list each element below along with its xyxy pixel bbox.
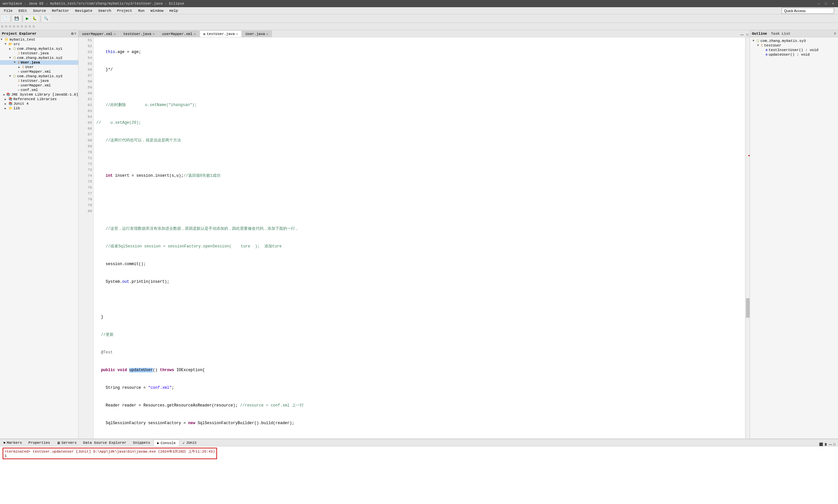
tab-testuser1[interactable]: testUser.java ✕ bbox=[120, 31, 158, 37]
tab-markers[interactable]: ⚑ Markers bbox=[0, 439, 25, 446]
tree-item-usermapper-sy3[interactable]: ✕ userMapper.xml bbox=[0, 83, 78, 88]
menu-navigate[interactable]: Navigate bbox=[72, 8, 95, 14]
expand-icon[interactable]: ▶ bbox=[4, 97, 8, 101]
tree-item-user-class[interactable]: ▶ C User bbox=[0, 65, 78, 69]
tree-item-testuser-sy3[interactable]: J testUser.java bbox=[0, 78, 78, 83]
outline-item-update-method[interactable]: ⚙ updateUser() : void bbox=[750, 52, 838, 57]
spacer bbox=[14, 70, 17, 73]
menu-search[interactable]: Search bbox=[95, 8, 114, 14]
editor-area: userMapper.xml ✕ testUser.java ✕ userMap… bbox=[78, 30, 750, 438]
outline-item-class[interactable]: ▼ C testUser bbox=[750, 43, 838, 48]
tab-junit[interactable]: ✓ JUnit bbox=[179, 439, 200, 446]
expand-icon[interactable]: ▼ bbox=[9, 75, 13, 78]
tree-item-sy3[interactable]: ▼ ⬡ com.zhang.mybatis.sy3 bbox=[0, 74, 78, 78]
menu-project[interactable]: Project bbox=[114, 8, 135, 14]
expand-icon[interactable]: ▶ bbox=[4, 107, 8, 110]
tree-item-conf[interactable]: ✕ conf.xml bbox=[0, 88, 78, 92]
tree-item-junit4[interactable]: ▶ 📚 JUnit 4 bbox=[0, 102, 78, 106]
maximize-bottom-button[interactable]: □ bbox=[834, 443, 835, 446]
tree-label: com.zhang.mybatis.sy1 bbox=[17, 47, 63, 51]
menu-window[interactable]: Window bbox=[148, 8, 166, 14]
outline-menu-icon[interactable]: ▽ bbox=[834, 32, 836, 36]
minimize-button[interactable]: — bbox=[816, 1, 821, 6]
minimize-editor-button[interactable]: — bbox=[739, 32, 745, 37]
pe-content[interactable]: ▼ 📁 mybatis_test ▼ 📂 src ▶ ⬡ com.zhang.m… bbox=[0, 37, 78, 438]
tab-datasource[interactable]: Data Source Explorer bbox=[80, 439, 130, 446]
tab-servers[interactable]: 🖥 Servers bbox=[53, 439, 80, 446]
expand-icon[interactable]: ▼ bbox=[9, 56, 13, 59]
expand-icon[interactable]: ▶ bbox=[18, 66, 22, 69]
method-icon: ⚙ bbox=[766, 53, 768, 57]
outline-item-insert-method[interactable]: ⚙ testInsertUser() : void bbox=[750, 48, 838, 52]
editor-scrollbar[interactable] bbox=[745, 37, 750, 438]
tree-item-src[interactable]: ▼ 📂 src bbox=[0, 42, 78, 47]
outline-label: testInsertUser() : void bbox=[769, 48, 818, 52]
outline-item-package[interactable]: ▼ ⬡ com.zhang.mybatis.sy3 bbox=[750, 39, 838, 43]
pe-collapse-icon[interactable]: ⊟ bbox=[71, 32, 73, 36]
expand-icon[interactable]: ▼ bbox=[1, 38, 4, 41]
tab-console[interactable]: ▶ Console bbox=[154, 439, 179, 446]
search-button[interactable]: 🔍 bbox=[42, 15, 50, 22]
tree-label: testUser.java bbox=[21, 51, 49, 55]
code-line-55: // u.setAge(20); bbox=[96, 120, 743, 126]
tab-close-icon[interactable]: ✕ bbox=[266, 32, 268, 36]
tab-close-icon[interactable]: ✕ bbox=[194, 32, 196, 36]
tab-user[interactable]: User.java ✕ bbox=[242, 31, 272, 37]
expand-icon[interactable]: ▼ bbox=[4, 42, 8, 46]
console-toolbar-button[interactable]: ⬛ bbox=[819, 443, 823, 446]
tree-item-testuser-sy1[interactable]: J testUser.java bbox=[0, 51, 78, 56]
tree-item-sy1[interactable]: ▶ ⬡ com.zhang.mybatis.sy1 bbox=[0, 47, 78, 51]
editor-content[interactable]: 5152535455 5657585960 6162636465 6667686… bbox=[78, 37, 750, 438]
outline-content[interactable]: ▼ ⬡ com.zhang.mybatis.sy3 ▼ C testUser ⚙… bbox=[750, 37, 838, 438]
tree-item-user-java[interactable]: ▼ J User.java bbox=[0, 60, 78, 65]
debug-button[interactable]: 🐛 bbox=[31, 15, 39, 22]
window-controls[interactable]: — □ ✕ bbox=[816, 1, 835, 6]
expand-icon[interactable]: ▶ bbox=[9, 47, 13, 51]
expand-icon[interactable]: ▶ bbox=[3, 93, 5, 96]
lib-icon: 📚 bbox=[6, 93, 10, 96]
expand-icon[interactable]: ▼ bbox=[752, 39, 756, 42]
expand-icon[interactable]: ▶ bbox=[4, 102, 8, 106]
tab-close-icon[interactable]: ✕ bbox=[236, 32, 238, 36]
tree-item-sy2[interactable]: ▼ ⬡ com.zhang.mybatis.sy2 bbox=[0, 56, 78, 60]
tree-item-mybatis-test[interactable]: ▼ 📁 mybatis_test bbox=[0, 37, 78, 42]
tab-usermapper1[interactable]: userMapper.xml ✕ bbox=[78, 31, 119, 37]
tab-testuser2-active[interactable]: ◉ testUser.java ✕ bbox=[200, 31, 242, 37]
toolbar: 📄 💾 ▶ 🐛 🔍 bbox=[0, 14, 838, 23]
quick-access-input[interactable] bbox=[782, 8, 834, 14]
maximize-button[interactable]: □ bbox=[824, 1, 828, 6]
tree-item-reflibs[interactable]: ▶ 📚 Referenced Libraries bbox=[0, 97, 78, 102]
tab-usermapper2[interactable]: userMapper.xml ✕ bbox=[158, 31, 199, 37]
pe-menu-icon[interactable]: ▽ bbox=[74, 32, 76, 36]
menu-run[interactable]: Run bbox=[136, 8, 147, 14]
console-clear-button[interactable]: 🗑 bbox=[824, 443, 827, 446]
tab-close-icon[interactable]: ✕ bbox=[153, 32, 155, 36]
code-line-53 bbox=[96, 85, 743, 90]
code-line-72: SqlSessionFactory sessionFactory = new S… bbox=[96, 420, 743, 426]
expand-icon[interactable]: ▼ bbox=[757, 44, 761, 47]
run-button[interactable]: ▶ bbox=[24, 15, 30, 22]
save-button[interactable]: 💾 bbox=[13, 15, 21, 22]
close-button[interactable]: ✕ bbox=[831, 1, 835, 6]
menu-refactor[interactable]: Refactor bbox=[49, 8, 72, 14]
minimize-bottom-button[interactable]: — bbox=[829, 443, 832, 446]
menu-file[interactable]: File bbox=[1, 8, 15, 14]
tab-snippets[interactable]: Snippets bbox=[130, 439, 154, 446]
tab-properties[interactable]: Properties bbox=[25, 439, 53, 446]
menu-help[interactable]: Help bbox=[167, 8, 180, 14]
menu-source[interactable]: Source bbox=[31, 8, 49, 14]
new-button[interactable]: 📄 bbox=[1, 15, 9, 22]
maximize-editor-button[interactable]: □ bbox=[745, 32, 750, 37]
menu-edit[interactable]: Edit bbox=[16, 8, 30, 14]
tree-label: src bbox=[14, 42, 20, 46]
expand-icon[interactable]: ▼ bbox=[14, 61, 17, 64]
tree-item-usermapper-sy2[interactable]: ✕ userMapper.xml bbox=[0, 69, 78, 74]
code-area[interactable]: this.age = age; }*/ //此时删除 u.setName("zh… bbox=[94, 37, 745, 438]
pe-header: Project Explorer ⊟ ▽ bbox=[0, 30, 78, 37]
tree-item-lib[interactable]: ▶ 📁 lib bbox=[0, 106, 78, 111]
tree-item-jre[interactable]: ▶ 📚 JRE System Library [JavaSE-1.8] bbox=[0, 92, 78, 97]
tree-label: Referenced Libraries bbox=[14, 97, 57, 101]
task-list-title[interactable]: Task List bbox=[771, 32, 790, 36]
tab-close-icon[interactable]: ✕ bbox=[113, 32, 115, 36]
tree-label: User.java bbox=[21, 60, 40, 65]
